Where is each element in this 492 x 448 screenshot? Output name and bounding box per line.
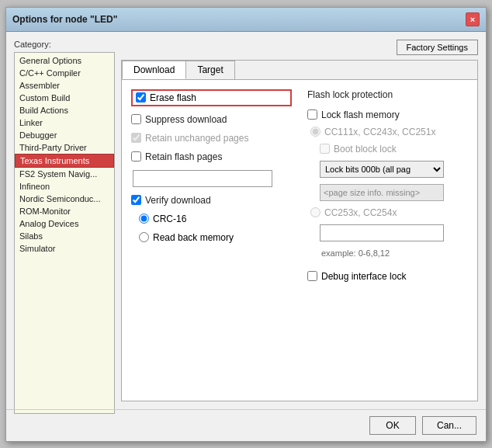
lock-flash-label: Lock flash memory [321,109,400,120]
verify-download-row: Verify download [131,195,292,206]
crc16-radio[interactable] [139,214,149,224]
lock-flash-checkbox[interactable] [307,109,317,120]
ok-button[interactable]: OK [369,416,416,435]
factory-settings-button[interactable]: Factory Settings [397,40,478,55]
read-back-radio[interactable] [139,232,149,242]
sidebar-item-simulator[interactable]: Simulator [15,242,114,255]
read-back-row: Read back memory [139,232,292,243]
main-dialog: Options for node "LED" × Category: Gener… [5,7,487,442]
left-panel: Category: General OptionsC/C++ CompilerA… [14,40,115,401]
cc253x-row: CC253x, CC254x [310,207,468,218]
boot-block-row: Boot block lock [320,144,468,155]
page-size-missing: <page size info. missing> [320,184,444,201]
lock-bits-row: Lock bits 000b (all pag [320,161,468,178]
cancel-button[interactable]: Can... [422,416,476,435]
suppress-download-row: Suppress download [131,114,292,125]
dialog-footer: OK Can... [6,409,486,441]
category-label: Category: [14,40,115,49]
verify-download-label: Verify download [145,195,211,206]
tab-download[interactable]: Download [122,61,186,79]
tabs-bar: Download Target [122,61,477,80]
sidebar-item-nordic-semiconduct[interactable]: Nordic Semiconduc... [15,193,114,205]
suppress-download-checkbox[interactable] [131,114,141,124]
close-button[interactable]: × [466,12,480,26]
sidebar-item-fs2-system-navi[interactable]: FS2 System Navig... [15,168,114,180]
sidebar-item-custom-build[interactable]: Custom Build [15,92,114,104]
title-bar: Options for node "LED" × [6,8,486,32]
page-size-row: <page size info. missing> [320,184,468,201]
debug-lock-row: Debug interface lock [307,271,468,282]
cc253x-radio [310,207,320,217]
suppress-download-label: Suppress download [145,114,227,125]
cc253x-label: CC253x, CC254x [324,207,397,218]
erase-flash-checkbox[interactable] [136,92,146,102]
sidebar-item-debugger[interactable]: Debugger [15,129,114,141]
retain-flash-row: Retain flash pages [131,151,292,162]
retain-flash-label: Retain flash pages [145,151,222,162]
cc253x-input-row [320,224,468,241]
erase-flash-label: Erase flash [150,92,196,103]
sidebar-item-analog-devices[interactable]: Analog Devices [15,217,114,230]
debug-lock-checkbox[interactable] [307,271,317,281]
retain-unchanged-row: Retain unchanged pages [131,133,292,144]
retain-unchanged-label: Retain unchanged pages [145,133,248,144]
tab-body: Erase flash Suppress download Retain unc… [122,80,477,401]
tab-content-area: Download Target Erase flash [121,60,478,401]
left-options: Erase flash Suppress download Retain unc… [131,89,292,391]
dialog-title: Options for node "LED" [12,14,117,25]
sidebar-item-cpp-compiler[interactable]: C/C++ Compiler [15,67,114,79]
flash-lock-title: Flash lock protection [307,89,468,100]
sidebar-item-general-options[interactable]: General Options [15,54,114,67]
debug-lock-label: Debug interface lock [321,271,406,282]
crc16-label: CRC-16 [153,214,186,224]
verify-download-checkbox[interactable] [131,195,141,205]
category-list: General OptionsC/C++ CompilerAssemblerCu… [14,52,115,414]
boot-block-checkbox [320,144,330,154]
example-row: example: 0-6,8,12 [320,248,468,259]
retain-unchanged-checkbox [131,133,141,143]
lock-bits-select[interactable]: Lock bits 000b (all pag [320,161,444,178]
sidebar-item-silabs[interactable]: Silabs [15,230,114,242]
factory-row: Factory Settings [121,40,478,55]
sidebar-item-texas-instruments[interactable]: Texas Instruments [15,154,114,168]
sidebar-item-infineon[interactable]: Infineon [15,180,114,193]
right-panel: Factory Settings Download Target Erase f… [121,40,478,401]
example-text: example: 0-6,8,12 [321,248,390,258]
flash-lock-section: Flash lock protection Lock flash memory … [307,89,468,391]
sidebar-item-linker[interactable]: Linker [15,116,114,129]
lock-flash-row: Lock flash memory [307,109,468,120]
cc111x-label: CC111x, CC243x, CC251x [324,127,435,137]
boot-block-label: Boot block lock [334,144,397,155]
cc253x-input[interactable] [320,224,444,241]
crc16-row: CRC-16 [139,214,292,224]
cc111x-radio [310,127,320,137]
dialog-body: Category: General OptionsC/C++ CompilerA… [6,32,486,409]
read-back-label: Read back memory [153,232,234,243]
retain-flash-input[interactable] [133,170,272,187]
sidebar-item-assembler[interactable]: Assembler [15,79,114,92]
cc111x-row: CC111x, CC243x, CC251x [310,127,468,137]
sidebar-item-third-party-driver[interactable]: Third-Party Driver [15,141,114,154]
erase-flash-row: Erase flash [131,89,292,106]
sidebar-item-rom-monitor[interactable]: ROM-Monitor [15,205,114,217]
tab-target[interactable]: Target [185,61,234,79]
retain-flash-checkbox[interactable] [131,151,141,161]
sidebar-item-build-actions[interactable]: Build Actions [15,104,114,116]
